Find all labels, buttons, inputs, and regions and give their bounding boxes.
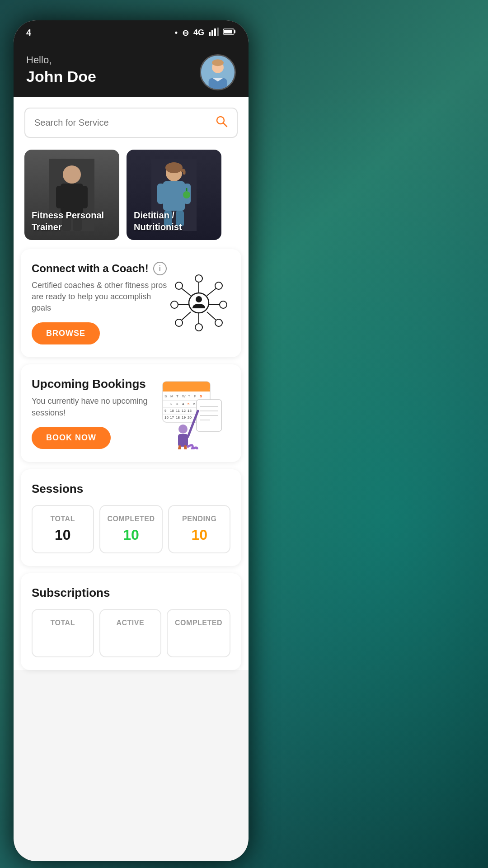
svg-point-84 [178, 425, 188, 434]
svg-text:T: T [188, 394, 190, 398]
status-dot: • [175, 28, 178, 38]
greeting-text: Hello, [26, 54, 96, 66]
svg-text:6: 6 [193, 402, 196, 406]
svg-rect-24 [157, 184, 164, 204]
bookings-description: You currently have no upcoming sessions! [32, 396, 158, 418]
svg-text:18: 18 [176, 415, 180, 420]
svg-text:M: M [170, 394, 174, 398]
sub-active-card: ACTIVE [99, 609, 162, 657]
sub-total-label: TOTAL [40, 619, 86, 627]
svg-text:9: 9 [164, 409, 167, 413]
svg-text:W: W [182, 394, 186, 398]
svg-point-30 [189, 293, 209, 313]
dietitian-card-label: Dietitian /Nutritionist [134, 209, 182, 233]
status-network: 4G [193, 28, 204, 38]
svg-text:4: 4 [182, 402, 184, 406]
info-icon[interactable]: i [153, 262, 167, 275]
svg-rect-1 [211, 30, 213, 36]
sessions-section: Sessions TOTAL 10 COMPLETED 10 PENDING 1… [21, 469, 241, 566]
svg-text:17: 17 [170, 415, 174, 420]
svg-rect-3 [217, 28, 219, 36]
sub-completed-label: COMPLETED [175, 619, 222, 627]
svg-text:20: 20 [188, 415, 192, 420]
status-dnd: ⊖ [182, 28, 189, 38]
search-input[interactable] [34, 118, 215, 128]
bookings-left: Upcoming Bookings You currently have no … [32, 377, 158, 448]
svg-text:10: 10 [170, 409, 174, 413]
sessions-pending-label: PENDING [176, 515, 222, 523]
user-name: John Doe [26, 68, 96, 85]
svg-text:11: 11 [176, 409, 180, 413]
svg-text:19: 19 [182, 415, 186, 420]
sub-active-value [108, 631, 154, 647]
svg-point-43 [215, 319, 222, 326]
svg-text:16: 16 [164, 415, 169, 420]
network-icon [167, 271, 230, 335]
sub-total-card: TOTAL [32, 609, 94, 657]
svg-point-9 [212, 59, 224, 66]
calendar-illustration: S M T W T F S 2 3 4 5 6 7 [158, 377, 230, 449]
trainer-card-label: Fitness PersonalTrainer [32, 209, 104, 233]
sub-completed-card: COMPLETED [167, 609, 230, 657]
svg-point-46 [171, 301, 178, 308]
content-area: Fitness PersonalTrainer [14, 97, 249, 670]
svg-line-33 [207, 288, 216, 296]
subscriptions-stats-row: TOTAL ACTIVE COMPLETED [32, 609, 230, 657]
svg-point-22 [165, 162, 183, 173]
status-signal [209, 28, 219, 38]
sub-total-value [40, 631, 86, 647]
subscriptions-title: Subscriptions [32, 586, 230, 600]
header: Hello, John Doe [14, 45, 249, 104]
status-battery [223, 28, 236, 38]
svg-rect-5 [234, 30, 235, 33]
svg-text:S: S [164, 394, 167, 398]
svg-point-47 [175, 282, 183, 289]
phone-frame: 4 • ⊖ 4G [14, 20, 249, 861]
svg-rect-50 [163, 390, 210, 392]
sessions-pending-value: 10 [176, 527, 222, 543]
phone-screen: 4 • ⊖ 4G [14, 20, 249, 861]
svg-text:12: 12 [182, 409, 186, 413]
sessions-total-label: TOTAL [40, 515, 86, 523]
bookings-section: Upcoming Bookings You currently have no … [21, 364, 241, 462]
search-bar[interactable] [24, 108, 238, 138]
subscriptions-section: Subscriptions TOTAL ACTIVE COMPLETED [21, 573, 241, 670]
browse-button[interactable]: BROWSE [32, 322, 100, 344]
svg-line-39 [182, 288, 191, 296]
sessions-title: Sessions [32, 482, 230, 496]
bookings-title: Upcoming Bookings [32, 377, 158, 391]
svg-point-45 [175, 319, 183, 326]
svg-point-41 [215, 282, 222, 289]
svg-rect-6 [224, 30, 232, 33]
status-right: • ⊖ 4G [175, 28, 236, 38]
book-now-button[interactable]: BOOK NOW [32, 427, 111, 449]
svg-text:T: T [176, 394, 178, 398]
header-text: Hello, John Doe [26, 54, 96, 85]
svg-point-42 [220, 301, 227, 308]
svg-rect-2 [214, 28, 216, 36]
coach-description: Certified coaches & other fitness pros a… [32, 280, 167, 314]
service-card-dietitian[interactable]: Dietitian /Nutritionist [127, 150, 221, 240]
sub-completed-value [175, 631, 222, 647]
search-icon [215, 115, 228, 131]
status-bar: 4 • ⊖ 4G [14, 20, 249, 45]
svg-line-35 [207, 312, 216, 320]
search-section [14, 97, 249, 145]
svg-text:2: 2 [170, 402, 173, 406]
svg-rect-16 [56, 186, 64, 208]
svg-text:5: 5 [188, 402, 190, 406]
svg-text:S: S [200, 394, 202, 398]
svg-point-31 [196, 296, 202, 302]
svg-point-26 [183, 191, 190, 198]
sessions-completed-label: COMPLETED [108, 515, 155, 523]
service-cards: Fitness PersonalTrainer [14, 145, 249, 249]
coach-section: Connect with a Coach! i Certified coache… [21, 249, 241, 357]
svg-line-12 [223, 123, 227, 127]
svg-text:3: 3 [176, 402, 178, 406]
service-card-trainer[interactable]: Fitness PersonalTrainer [24, 150, 119, 240]
svg-rect-0 [209, 32, 211, 36]
avatar[interactable] [200, 54, 236, 90]
sessions-completed-value: 10 [108, 527, 155, 543]
coach-left: Connect with a Coach! i Certified coache… [32, 262, 167, 344]
svg-rect-17 [80, 186, 88, 208]
